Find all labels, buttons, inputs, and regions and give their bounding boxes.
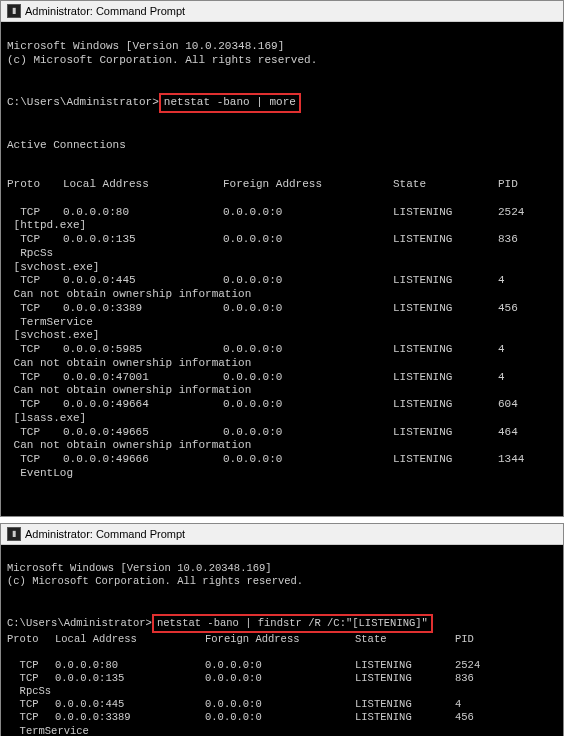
col-pid: PID [455,633,474,646]
table-row: TCP0.0.0.0:496650.0.0.0:0LISTENING464 [7,426,557,440]
command-text: netstat -bano | findstr /R /C:"[LISTENIN… [157,617,428,629]
owner-line: RpcSs [7,247,557,261]
table-row: TCP0.0.0.0:33890.0.0.0:0LISTENING456 [7,302,557,316]
cmd-icon: ▮ [7,527,21,541]
terminal-output[interactable]: Microsoft Windows [Version 10.0.20348.16… [1,22,563,516]
cell-foreign: 0.0.0.0:0 [223,426,393,440]
command-highlight: netstat -bano | findstr /R /C:"[LISTENIN… [152,614,433,633]
cell-foreign: 0.0.0.0:0 [223,453,393,467]
cmd-window-2: ▮ Administrator: Command Prompt Microsof… [0,523,564,736]
cell-pid: 4 [498,274,505,288]
cell-pid: 2524 [498,206,524,220]
cell-local: 0.0.0.0:47001 [63,371,223,385]
cell-state: LISTENING [393,274,498,288]
table-header: ProtoLocal AddressForeign AddressStatePI… [7,178,557,192]
owner-line: Can not obtain ownership information [7,357,557,371]
table-row: TCP0.0.0.0:4450.0.0.0:0LISTENING4 [7,274,557,288]
table-row: TCP0.0.0.0:1350.0.0.0:0LISTENING836 [7,672,557,685]
banner-line: (c) Microsoft Corporation. All rights re… [7,575,303,587]
col-foreign: Foreign Address [223,178,393,192]
cell-pid: 456 [455,711,474,724]
cell-state: LISTENING [393,206,498,220]
cell-proto: TCP [7,453,63,467]
table-row: TCP0.0.0.0:1350.0.0.0:0LISTENING836 [7,233,557,247]
cell-local: 0.0.0.0:3389 [55,711,205,724]
col-state: State [355,633,455,646]
cell-local: 0.0.0.0:80 [55,659,205,672]
banner-line: Microsoft Windows [Version 10.0.20348.16… [7,562,272,574]
command-highlight: netstat -bano | more [159,93,301,113]
cell-proto: TCP [7,371,63,385]
cell-state: LISTENING [393,233,498,247]
cell-local: 0.0.0.0:80 [63,206,223,220]
owner-line: RpcSs [7,685,557,698]
cell-state: LISTENING [393,371,498,385]
col-state: State [393,178,498,192]
cell-proto: TCP [7,659,55,672]
owner-line: [lsass.exe] [7,412,557,426]
table-row: TCP0.0.0.0:33890.0.0.0:0LISTENING456 [7,711,557,724]
cell-proto: TCP [7,274,63,288]
cell-proto: TCP [7,711,55,724]
col-local: Local Address [63,178,223,192]
cell-foreign: 0.0.0.0:0 [223,206,393,220]
cell-pid: 2524 [455,659,480,672]
cell-proto: TCP [7,233,63,247]
cell-proto: TCP [7,302,63,316]
owner-line: Can not obtain ownership information [7,439,557,453]
table-row: TCP0.0.0.0:59850.0.0.0:0LISTENING4 [7,343,557,357]
cell-foreign: 0.0.0.0:0 [205,698,355,711]
cell-state: LISTENING [393,302,498,316]
cell-state: LISTENING [355,711,455,724]
cell-state: LISTENING [355,698,455,711]
cell-foreign: 0.0.0.0:0 [223,302,393,316]
col-proto: Proto [7,633,55,646]
cell-local: 0.0.0.0:5985 [63,343,223,357]
cell-pid: 456 [498,302,518,316]
cell-state: LISTENING [393,426,498,440]
cell-proto: TCP [7,206,63,220]
owner-line: TermService [7,725,557,737]
owner-line: EventLog [7,467,557,481]
section-heading: Active Connections [7,139,126,151]
owner-line: [svchost.exe] [7,329,557,343]
cmd-icon: ▮ [7,4,21,18]
owner-line: TermService [7,316,557,330]
table-row: TCP0.0.0.0:496640.0.0.0:0LISTENING604 [7,398,557,412]
cell-foreign: 0.0.0.0:0 [223,274,393,288]
prompt: C:\Users\Administrator> [7,96,159,108]
command-text: netstat -bano | more [164,96,296,108]
table-row: TCP0.0.0.0:496660.0.0.0:0LISTENING1344 [7,453,557,467]
cell-state: LISTENING [355,672,455,685]
table-row: TCP0.0.0.0:4450.0.0.0:0LISTENING4 [7,698,557,711]
col-local: Local Address [55,633,205,646]
cell-proto: TCP [7,698,55,711]
cell-foreign: 0.0.0.0:0 [223,371,393,385]
cell-state: LISTENING [355,659,455,672]
cell-state: LISTENING [393,343,498,357]
cell-local: 0.0.0.0:3389 [63,302,223,316]
cell-foreign: 0.0.0.0:0 [205,659,355,672]
col-proto: Proto [7,178,63,192]
cell-foreign: 0.0.0.0:0 [223,233,393,247]
cell-pid: 464 [498,426,518,440]
owner-line: Can not obtain ownership information [7,288,557,302]
banner-line: Microsoft Windows [Version 10.0.20348.16… [7,40,284,52]
cell-local: 0.0.0.0:135 [63,233,223,247]
table-row: TCP0.0.0.0:470010.0.0.0:0LISTENING4 [7,371,557,385]
owner-line: Can not obtain ownership information [7,384,557,398]
col-foreign: Foreign Address [205,633,355,646]
cell-state: LISTENING [393,453,498,467]
prompt: C:\Users\Administrator> [7,617,152,629]
cell-foreign: 0.0.0.0:0 [223,398,393,412]
cell-foreign: 0.0.0.0:0 [205,711,355,724]
owner-line: [httpd.exe] [7,219,557,233]
cell-pid: 4 [455,698,461,711]
terminal-output[interactable]: Microsoft Windows [Version 10.0.20348.16… [1,545,563,736]
titlebar[interactable]: ▮ Administrator: Command Prompt [1,524,563,545]
table-row: TCP0.0.0.0:800.0.0.0:0LISTENING2524 [7,659,557,672]
titlebar[interactable]: ▮ Administrator: Command Prompt [1,1,563,22]
window-title: Administrator: Command Prompt [25,5,185,17]
cell-pid: 836 [498,233,518,247]
cell-local: 0.0.0.0:49666 [63,453,223,467]
